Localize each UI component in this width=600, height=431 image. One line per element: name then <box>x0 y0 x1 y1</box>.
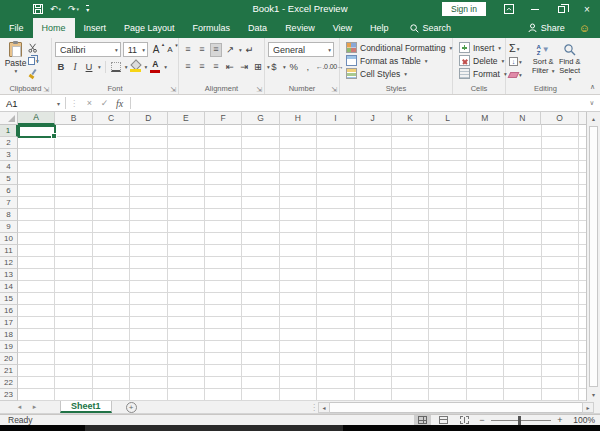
clipboard-dialog-launcher-icon[interactable]: ⇲ <box>43 86 49 93</box>
align-right-button[interactable]: ≡ <box>210 60 222 74</box>
add-sheet-icon[interactable]: + <box>126 402 137 413</box>
row-header-17[interactable]: 17 <box>0 317 18 329</box>
select-all-corner[interactable] <box>0 112 18 125</box>
cut-button[interactable] <box>28 42 39 54</box>
formula-input[interactable] <box>134 96 584 110</box>
cells-item-insert[interactable]: Insert ▾ <box>456 41 503 54</box>
font-family-select[interactable]: Calibri▾ <box>55 42 121 57</box>
expand-formula-bar-icon[interactable]: ∨ <box>584 99 600 107</box>
row-header-4[interactable]: 4 <box>0 161 18 173</box>
scroll-down-icon[interactable]: ▾ <box>587 388 600 401</box>
horizontal-scrollbar-thumb[interactable] <box>330 402 582 413</box>
styles-item-format-as-table[interactable]: Format as Table ▾ <box>343 54 450 67</box>
row-header-5[interactable]: 5 <box>0 173 18 185</box>
zoom-slider-thumb[interactable] <box>518 416 521 425</box>
zoom-in-icon[interactable]: + <box>555 415 565 425</box>
column-header-c[interactable]: C <box>93 112 130 125</box>
column-header-m[interactable]: M <box>467 112 504 125</box>
row-header-15[interactable]: 15 <box>0 293 18 305</box>
name-box-dropdown-icon[interactable]: ▾ <box>52 100 65 107</box>
row-header-19[interactable]: 19 <box>0 341 18 353</box>
wrap-text-button[interactable]: ↵ <box>244 43 256 57</box>
column-header-h[interactable]: H <box>280 112 317 125</box>
shrink-font-button[interactable]: A▾ <box>164 43 176 57</box>
column-header-o[interactable]: O <box>541 112 578 125</box>
previous-sheet-icon[interactable]: ◂ <box>12 401 27 413</box>
normal-view-button[interactable] <box>414 415 431 425</box>
orientation-dropdown-icon[interactable]: ▾ <box>239 47 242 53</box>
scroll-up-icon[interactable]: ▴ <box>587 112 600 125</box>
vertical-scrollbar[interactable]: ▴ ▾ <box>586 112 600 401</box>
column-header-d[interactable]: D <box>130 112 167 125</box>
paste-button[interactable]: Paste ▾ <box>3 41 28 80</box>
align-middle-button[interactable]: ≡ <box>196 43 208 57</box>
row-header-20[interactable]: 20 <box>0 353 18 365</box>
underline-dropdown-icon[interactable]: ▾ <box>98 64 101 70</box>
percent-style-button[interactable]: % <box>288 60 300 74</box>
underline-button[interactable]: U <box>83 60 95 74</box>
tab-formulas[interactable]: Formulas <box>184 18 240 38</box>
cell-grid[interactable] <box>18 125 586 401</box>
column-header-k[interactable]: K <box>392 112 429 125</box>
zoom-slider[interactable] <box>491 416 551 425</box>
row-header-13[interactable]: 13 <box>0 269 18 281</box>
orientation-button[interactable]: ↗ <box>224 43 236 57</box>
font-dialog-launcher-icon[interactable]: ⇲ <box>170 86 176 93</box>
styles-item-cell-styles[interactable]: Cell Styles ▾ <box>343 67 450 80</box>
selected-cell-a1[interactable] <box>18 125 56 138</box>
row-header-6[interactable]: 6 <box>0 185 18 197</box>
tab-file[interactable]: File <box>0 18 33 38</box>
feedback-smiley-icon[interactable]: ☺ <box>579 18 600 38</box>
next-sheet-icon[interactable]: ▸ <box>27 401 42 413</box>
page-layout-view-button[interactable] <box>435 415 452 425</box>
scroll-left-icon[interactable]: ◂ <box>318 402 330 413</box>
align-left-button[interactable]: ≡ <box>182 60 194 74</box>
align-top-button[interactable]: ≡ <box>182 43 194 57</box>
fill-button[interactable]: ↓▾ <box>509 55 530 68</box>
restore-button[interactable] <box>548 0 574 18</box>
accounting-format-button[interactable]: $ <box>268 60 280 74</box>
align-bottom-button[interactable]: ≡ <box>210 43 222 57</box>
column-header-b[interactable]: B <box>55 112 92 125</box>
row-header-9[interactable]: 9 <box>0 221 18 233</box>
autosum-button[interactable]: Σ▾ <box>509 42 530 55</box>
cells-item-delete[interactable]: Delete ▾ <box>456 54 503 67</box>
row-header-23[interactable]: 23 <box>0 389 18 401</box>
find-select-button[interactable]: Find & Select ▾ <box>556 41 583 84</box>
save-button[interactable] <box>33 4 43 14</box>
insert-function-icon[interactable]: fx <box>112 98 127 109</box>
column-header-i[interactable]: I <box>317 112 354 125</box>
fill-color-dropdown-icon[interactable]: ▾ <box>145 64 148 70</box>
column-header-j[interactable]: J <box>355 112 392 125</box>
column-header-n[interactable]: N <box>504 112 541 125</box>
row-header-11[interactable]: 11 <box>0 245 18 257</box>
ribbon-display-options-button[interactable] <box>496 0 522 18</box>
column-header-f[interactable]: F <box>205 112 242 125</box>
column-header-g[interactable]: G <box>242 112 279 125</box>
tab-insert[interactable]: Insert <box>75 18 116 38</box>
font-color-button[interactable]: A <box>149 60 161 74</box>
grow-font-button[interactable]: A▴ <box>150 43 162 57</box>
font-color-dropdown-icon[interactable]: ▾ <box>164 64 167 70</box>
row-header-14[interactable]: 14 <box>0 281 18 293</box>
increase-decimal-button[interactable]: ←.0 <box>316 60 328 74</box>
tab-page-layout[interactable]: Page Layout <box>115 18 184 38</box>
close-button[interactable]: × <box>574 0 600 18</box>
sheet-tab-sheet1[interactable]: Sheet1 <box>60 401 112 413</box>
fill-color-button[interactable] <box>130 60 142 74</box>
accounting-format-dropdown-icon[interactable]: ▾ <box>283 64 286 70</box>
zoom-out-icon[interactable]: − <box>477 415 487 425</box>
tab-bar-splitter[interactable]: ⋮ <box>310 401 318 414</box>
column-header-a[interactable]: A <box>18 112 55 125</box>
number-dialog-launcher-icon[interactable]: ⇲ <box>331 86 337 93</box>
sign-in-button[interactable]: Sign in <box>442 2 486 16</box>
name-box[interactable]: A1 <box>0 95 52 111</box>
search-box[interactable]: Search <box>410 18 452 38</box>
clear-button[interactable]: ▾ <box>509 68 530 81</box>
tab-review[interactable]: Review <box>276 18 324 38</box>
increase-indent-button[interactable]: ⇥ <box>238 60 250 74</box>
row-header-8[interactable]: 8 <box>0 209 18 221</box>
cancel-icon[interactable]: × <box>82 98 97 108</box>
comma-style-button[interactable]: , <box>302 60 314 74</box>
cells-item-format[interactable]: Format ▾ <box>456 67 503 80</box>
